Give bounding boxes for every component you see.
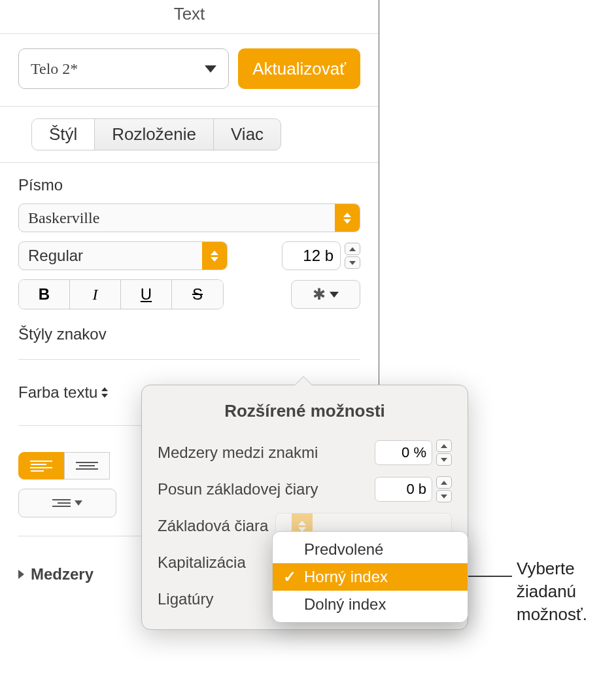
stepper-up[interactable]	[436, 476, 452, 489]
font-size-input[interactable]	[282, 241, 341, 270]
baseline-shift-input[interactable]	[375, 477, 432, 502]
callout-text: Vyberte žiadanú možnosť.	[517, 557, 615, 626]
baseline-shift-stepper[interactable]	[436, 476, 452, 502]
chevron-down-icon	[330, 292, 339, 298]
stepper-down[interactable]	[436, 490, 452, 502]
tab-more[interactable]: Viac	[214, 119, 281, 150]
tab-layout[interactable]: Rozloženie	[95, 119, 214, 150]
align-left-button[interactable]	[18, 452, 64, 479]
panel-title: Text	[0, 0, 379, 34]
char-spacing-stepper[interactable]	[436, 440, 452, 466]
paragraph-style-select[interactable]: Telo 2*	[18, 48, 229, 89]
stepper-up[interactable]	[436, 440, 452, 452]
font-family-value: Baskerville	[19, 209, 335, 227]
text-tabs: Štýl Rozloženie Viac	[31, 118, 281, 150]
text-color-stepper-icon[interactable]	[101, 387, 108, 398]
capitalization-label: Kapitalizácia	[158, 553, 246, 572]
menu-item-label: Horný index	[304, 568, 388, 586]
font-weight-select[interactable]: Regular	[18, 241, 228, 270]
disclosure-icon[interactable]	[18, 570, 24, 579]
chevron-down-icon	[75, 500, 82, 506]
chevron-down-icon	[205, 65, 216, 73]
char-styles-label: Štýly znakov	[18, 325, 360, 343]
font-weight-value: Regular	[19, 247, 202, 265]
advanced-options-button[interactable]: ✱	[291, 280, 360, 309]
popup-button-icon	[335, 204, 360, 232]
stepper-down[interactable]	[436, 453, 452, 466]
baseline-menu-superscript[interactable]: Horný index	[273, 563, 468, 591]
indent-icon	[52, 499, 71, 507]
spacing-label: Medzery	[31, 565, 94, 583]
baseline-shift-label: Posun základovej čiary	[158, 480, 318, 498]
font-family-select[interactable]: Baskerville	[18, 203, 360, 232]
menu-item-label: Predvolené	[304, 540, 383, 559]
stepper-up[interactable]	[345, 243, 360, 255]
popover-title: Rozšírené možnosti	[142, 401, 468, 421]
underline-button[interactable]: U	[121, 280, 172, 309]
ligatures-label: Ligatúry	[158, 590, 213, 608]
check-icon	[283, 568, 296, 586]
char-spacing-input[interactable]	[375, 440, 432, 465]
font-label: Písmo	[18, 176, 360, 194]
char-spacing-label: Medzery medzi znakmi	[158, 444, 318, 462]
stepper-down[interactable]	[345, 256, 360, 269]
tab-style[interactable]: Štýl	[32, 119, 95, 150]
gear-icon: ✱	[313, 285, 326, 304]
text-format-group: B I U S	[18, 279, 224, 309]
bold-button[interactable]: B	[19, 280, 70, 309]
baseline-label: Základová čiara	[158, 517, 268, 535]
callout-line	[468, 576, 512, 577]
baseline-menu: Predvolené Horný index Dolný index	[272, 531, 468, 623]
font-size-stepper[interactable]	[345, 243, 360, 269]
baseline-menu-subscript[interactable]: Dolný index	[273, 591, 468, 618]
text-color-label: Farba textu	[18, 383, 97, 402]
align-center-button[interactable]	[64, 452, 110, 479]
strikethrough-button[interactable]: S	[172, 280, 223, 309]
popup-button-icon	[202, 242, 227, 270]
paragraph-style-name: Telo 2*	[31, 60, 78, 78]
menu-item-label: Dolný index	[304, 595, 386, 614]
baseline-menu-default[interactable]: Predvolené	[273, 536, 468, 563]
italic-button[interactable]: I	[70, 280, 121, 309]
decrease-indent-button[interactable]	[18, 489, 116, 517]
update-style-button[interactable]: Aktualizovať	[238, 48, 360, 89]
